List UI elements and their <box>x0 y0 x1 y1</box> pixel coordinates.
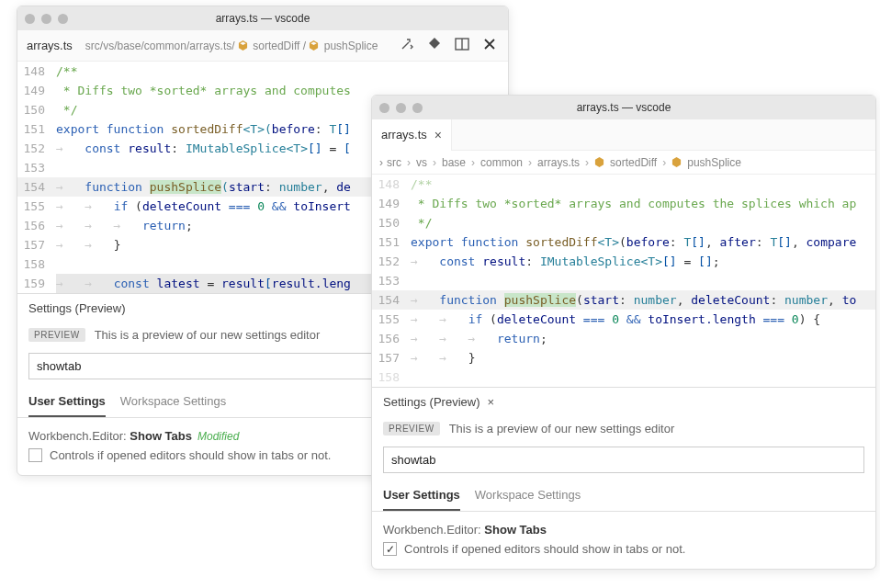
cube-icon <box>309 40 319 51</box>
split-editor-icon[interactable] <box>455 37 469 55</box>
cube-icon <box>671 157 682 167</box>
tab-bar: arrays.ts × <box>372 119 875 151</box>
tab-user-settings[interactable]: User Settings <box>28 389 106 417</box>
vscode-window-2: arrays.ts — vscode arrays.ts × ›src› vs›… <box>371 95 876 570</box>
setting-show-tabs: Workbench.Editor: Show Tabs ✓ Controls i… <box>372 512 875 569</box>
tab-close-icon[interactable]: × <box>434 128 442 142</box>
checkbox-show-tabs[interactable]: ✓ <box>383 542 397 556</box>
code-editor[interactable]: 148/** 149 * Diffs two *sorted* arrays a… <box>372 175 875 387</box>
window-title: arrays.ts — vscode <box>17 12 508 25</box>
zoom-dot[interactable] <box>58 14 68 24</box>
traffic-lights[interactable] <box>379 103 423 113</box>
minimize-dot[interactable] <box>396 103 406 113</box>
source-control-icon[interactable] <box>427 37 442 55</box>
settings-title: Settings (Preview) <box>28 301 125 315</box>
close-dot[interactable] <box>379 103 389 113</box>
traffic-lights[interactable] <box>25 14 68 24</box>
close-icon[interactable] <box>482 37 497 55</box>
diff-icon[interactable] <box>400 37 414 55</box>
setting-description: Controls if opened editors should show i… <box>404 542 685 556</box>
titlebar[interactable]: arrays.ts — vscode <box>372 96 875 119</box>
preview-badge: PREVIEW <box>383 422 440 435</box>
preview-badge: PREVIEW <box>28 328 85 342</box>
checkbox-show-tabs[interactable] <box>28 448 42 462</box>
tab-user-settings[interactable]: User Settings <box>383 482 460 511</box>
editor-actions <box>389 37 508 55</box>
minimize-dot[interactable] <box>41 14 51 24</box>
tab-arrays[interactable]: arrays.ts × <box>372 119 452 151</box>
breadcrumb[interactable]: src/vs/base/common/arrays.ts/ sortedDiff… <box>82 40 378 52</box>
titlebar[interactable]: arrays.ts — vscode <box>17 6 508 30</box>
settings-title: Settings (Preview) <box>383 395 479 409</box>
window-title: arrays.ts — vscode <box>372 101 875 114</box>
close-dot[interactable] <box>25 14 35 24</box>
cube-icon <box>238 40 248 51</box>
breadcrumb[interactable]: ›src› vs› base› common› arrays.ts› sorte… <box>372 151 875 175</box>
setting-description: Controls if opened editors should show i… <box>50 448 331 462</box>
preview-text: This is a preview of our new settings ed… <box>95 328 321 342</box>
preview-text: This is a preview of our new settings ed… <box>449 422 675 435</box>
zoom-dot[interactable] <box>412 103 423 113</box>
tab-workspace-settings[interactable]: Workspace Settings <box>475 482 581 511</box>
tab-arrays[interactable]: arrays.ts <box>17 39 82 52</box>
settings-tabs: User Settings Workspace Settings <box>372 482 875 512</box>
settings-panel: Settings (Preview) × <box>372 387 875 414</box>
settings-search-input[interactable] <box>383 447 864 473</box>
settings-close-icon[interactable]: × <box>487 395 494 409</box>
cube-icon <box>594 157 604 167</box>
tab-bar: arrays.ts src/vs/base/common/arrays.ts/ … <box>17 30 508 62</box>
tab-workspace-settings[interactable]: Workspace Settings <box>120 389 226 417</box>
